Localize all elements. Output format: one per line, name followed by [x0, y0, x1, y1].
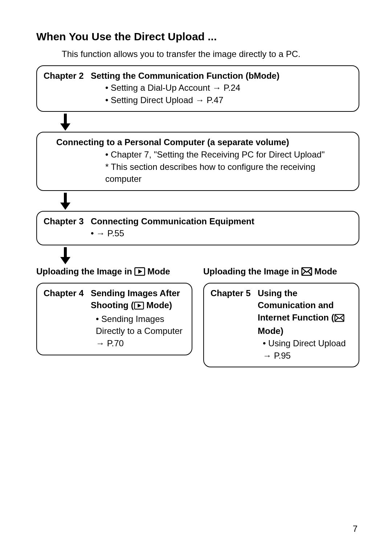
mail-mode-icon: [301, 267, 312, 276]
svg-marker-3: [60, 203, 70, 210]
arrow-down-icon: [58, 112, 359, 132]
connecting-pc-item-2: * This section describes how to configur…: [105, 161, 352, 185]
arrow-down-icon: [58, 245, 359, 265]
intro-text: This function allows you to transfer the…: [36, 48, 359, 60]
left-heading-pre: Uploading the Image in: [36, 265, 132, 278]
right-heading: Uploading the Image in Mode: [203, 265, 359, 278]
svg-line-11: [302, 271, 306, 275]
chapter-3-label: Chapter 3: [44, 215, 91, 228]
box-chapter-3: Chapter 3 Connecting Communication Equip…: [36, 211, 359, 245]
connecting-pc-title: Connecting to a Personal Computer (a sep…: [56, 136, 352, 148]
right-heading-post: Mode: [314, 265, 337, 278]
chapter-4-label: Chapter 4: [44, 287, 91, 299]
box-connecting-pc: Connecting to a Personal Computer (a sep…: [36, 132, 359, 191]
svg-line-12: [308, 271, 311, 275]
play-mode-icon: [134, 301, 144, 313]
chapter-5-item-1: • Using Direct Upload → P.95: [263, 337, 352, 362]
left-heading-post: Mode: [147, 265, 170, 278]
chapter-2-label: Chapter 2: [44, 70, 91, 82]
chapter-4-title: Sending Images After Shooting ( Mode): [91, 287, 185, 313]
svg-line-14: [335, 318, 338, 321]
chapter-4-item-1: • Sending Images Directly to a Computer …: [96, 313, 185, 350]
chapter-2-item-2: • Setting Direct Upload → P.47: [105, 94, 352, 106]
connecting-pc-item-1: • Chapter 7, "Setting the Receiving PC f…: [105, 148, 352, 161]
right-heading-pre: Uploading the Image in: [203, 265, 299, 278]
svg-line-15: [340, 318, 343, 321]
svg-marker-5: [60, 257, 70, 264]
chapter-2-title: Setting the Communication Function (bMod…: [91, 70, 279, 82]
arrow-down-icon: [58, 191, 359, 211]
svg-marker-7: [138, 269, 142, 274]
section-heading: When You Use the Direct Upload ...: [36, 29, 359, 44]
chapter-3-title: Connecting Communication Equipment: [91, 215, 254, 228]
left-heading: Uploading the Image in Mode: [36, 265, 192, 278]
svg-marker-9: [138, 304, 141, 308]
mail-mode-icon: [334, 313, 344, 325]
svg-marker-1: [60, 123, 70, 131]
right-column: Uploading the Image in Mode Chapter 5 Us…: [203, 265, 359, 367]
page-number: 7: [353, 523, 358, 535]
chapter-5-label: Chapter 5: [211, 287, 258, 299]
box-chapter-2: Chapter 2 Setting the Communication Func…: [36, 65, 359, 112]
chapter-3-item-1: • → P.55: [91, 227, 352, 240]
box-chapter-5: Chapter 5 Using the Comunication and Int…: [203, 283, 359, 368]
chapter-2-item-1: • Setting a Dial-Up Account → P.24: [105, 82, 352, 94]
play-mode-icon: [134, 267, 145, 276]
chapter-5-title: Using the Comunication and Internet Func…: [258, 287, 352, 337]
box-chapter-4: Chapter 4 Sending Images After Shooting …: [36, 283, 192, 355]
left-column: Uploading the Image in Mode Chapter 4 Se…: [36, 265, 192, 367]
